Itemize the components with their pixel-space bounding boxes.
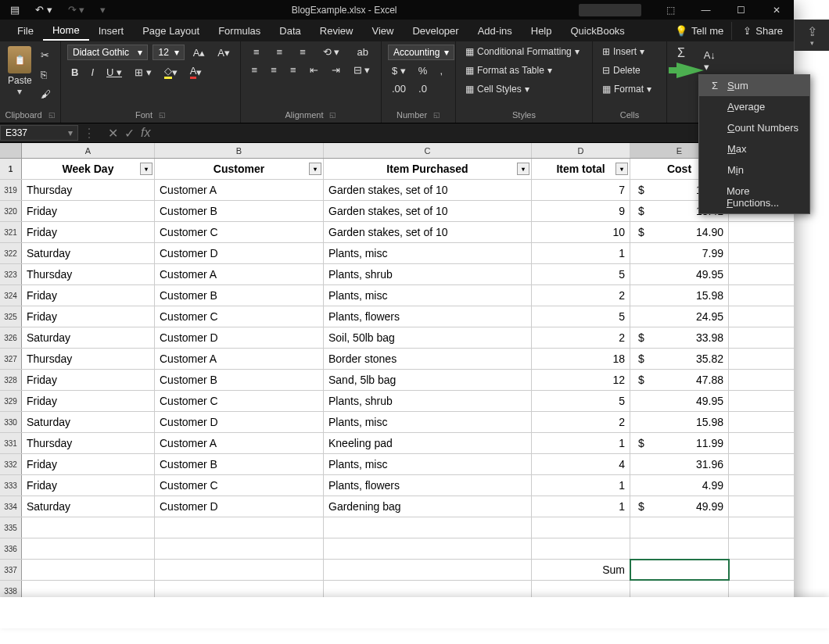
ribbon-display-icon[interactable]: ⬚ [653,0,688,20]
cell[interactable]: Kneeling pad [324,433,532,453]
enter-formula-icon[interactable]: ✓ [124,126,135,141]
format-cells-button[interactable]: ▦Format ▾ [599,82,660,96]
cell[interactable]: Plants, shrub [324,264,532,284]
tab-view[interactable]: View [362,22,403,40]
decrease-decimal-icon[interactable]: .0 [414,81,431,96]
cell[interactable]: Saturday [22,327,155,348]
col-header-c[interactable]: C [324,143,532,158]
cell-styles-button[interactable]: ▦Cell Styles ▾ [462,82,586,96]
cell[interactable]: Customer C [155,391,324,411]
tab-page-layout[interactable]: Page Layout [133,22,209,40]
cell[interactable] [22,538,155,559]
cell[interactable]: Garden stakes, set of 10 [324,222,532,242]
row-header[interactable]: 333 [0,475,22,496]
cell[interactable]: Customer D [155,412,324,432]
cell[interactable] [630,517,729,538]
row-header[interactable]: 326 [0,327,22,348]
fill-color-icon[interactable]: ◇ ▾ [160,63,181,80]
redo-icon[interactable]: ↷ ▾ [64,2,89,17]
maximize-icon[interactable]: ☐ [723,0,759,20]
row-header[interactable]: 323 [0,264,22,284]
tab-file[interactable]: File [8,22,43,40]
font-size-combo[interactable]: 12▾ [153,45,184,60]
header-total[interactable]: Item total▾ [532,159,630,179]
name-box[interactable]: E337▾ [0,125,78,141]
cell[interactable] [532,538,630,559]
cell[interactable]: $11.99 [630,433,729,453]
cell[interactable]: Thursday [22,180,155,200]
cell[interactable]: Plants, misc [324,285,532,306]
undo-icon[interactable]: ↶ ▾ [31,2,56,17]
row-header[interactable]: 322 [0,243,22,263]
cell[interactable]: Thursday [22,264,155,284]
cell[interactable]: 12 [532,370,630,390]
cell[interactable]: 5 [532,264,630,284]
close-icon[interactable]: ✕ [759,0,794,20]
cell[interactable]: 1 [532,433,630,453]
tell-me[interactable]: 💡Tell me [667,25,731,37]
cell[interactable]: Customer A [155,180,324,200]
number-format-combo[interactable]: Accounting▾ [388,45,454,60]
cell[interactable]: Plants, misc [324,454,532,474]
cell[interactable]: Soil, 50lb bag [324,327,532,348]
cell[interactable] [324,517,532,538]
cell[interactable]: Plants, misc [324,412,532,432]
cell[interactable]: Friday [22,475,155,496]
cell[interactable]: Friday [22,201,155,221]
row-header[interactable]: 325 [0,306,22,327]
cell[interactable]: Friday [22,285,155,306]
autosum-sum[interactable]: ΣSum [699,75,809,96]
tab-quickbooks[interactable]: QuickBooks [562,22,634,40]
tab-add-ins[interactable]: Add-ins [468,22,522,40]
cell[interactable] [155,538,324,559]
cell[interactable]: Customer B [155,370,324,390]
delete-cells-button[interactable]: ⊟Delete [599,63,660,77]
row-header[interactable]: 337 [0,560,22,580]
col-header-b[interactable]: B [155,143,324,158]
conditional-formatting-button[interactable]: ▦Conditional Formatting ▾ [462,45,586,59]
cell[interactable]: Saturday [22,496,155,517]
cell[interactable] [630,560,729,580]
cell[interactable]: 1 [532,475,630,496]
cell[interactable]: 7.99 [630,243,729,263]
cell[interactable]: Friday [22,370,155,390]
cell[interactable]: Saturday [22,412,155,432]
cell[interactable]: $33.98 [630,327,729,348]
cell[interactable]: 24.95 [630,306,729,327]
cell[interactable]: Customer D [155,243,324,263]
cell[interactable]: $14.90 [630,222,729,242]
cell[interactable]: Sum [532,560,630,580]
number-launcher-icon[interactable]: ◱ [433,111,440,119]
percent-icon[interactable]: % [414,63,432,78]
currency-icon[interactable]: $ ▾ [388,63,410,78]
autosum-max[interactable]: Max [699,138,809,159]
autosum-average[interactable]: Average [699,96,809,117]
fx-icon[interactable]: fx [141,126,150,141]
tab-insert[interactable]: Insert [89,22,134,40]
align-top-icon[interactable]: ≡ [249,45,264,59]
share-button[interactable]: ⇪Share [731,22,794,40]
align-bottom-icon[interactable]: ≡ [296,45,310,59]
cell[interactable]: 10 [532,222,630,242]
cell[interactable]: Customer A [155,264,324,284]
cell[interactable]: 49.95 [630,391,729,411]
insert-cells-button[interactable]: ⊞Insert ▾ [599,45,660,59]
tab-home[interactable]: Home [43,21,89,41]
paste-button[interactable]: 📋 Paste ▾ [6,45,34,109]
user-account[interactable] [579,4,641,16]
autosum-min[interactable]: Min [699,159,809,181]
cell[interactable]: Thursday [22,349,155,369]
row-header[interactable]: 328 [0,370,22,390]
cell[interactable]: 15.98 [630,412,729,432]
align-left-icon[interactable]: ≡ [248,63,262,77]
tab-review[interactable]: Review [310,22,363,40]
cell[interactable]: Customer B [155,454,324,474]
row-header[interactable]: 320 [0,201,22,221]
tab-data[interactable]: Data [270,22,310,40]
cell[interactable]: Customer C [155,222,324,242]
tab-developer[interactable]: Developer [403,22,468,40]
cell[interactable] [155,560,324,580]
cell[interactable]: Customer A [155,349,324,369]
cell[interactable]: Customer B [155,201,324,221]
row-header[interactable]: 330 [0,412,22,432]
